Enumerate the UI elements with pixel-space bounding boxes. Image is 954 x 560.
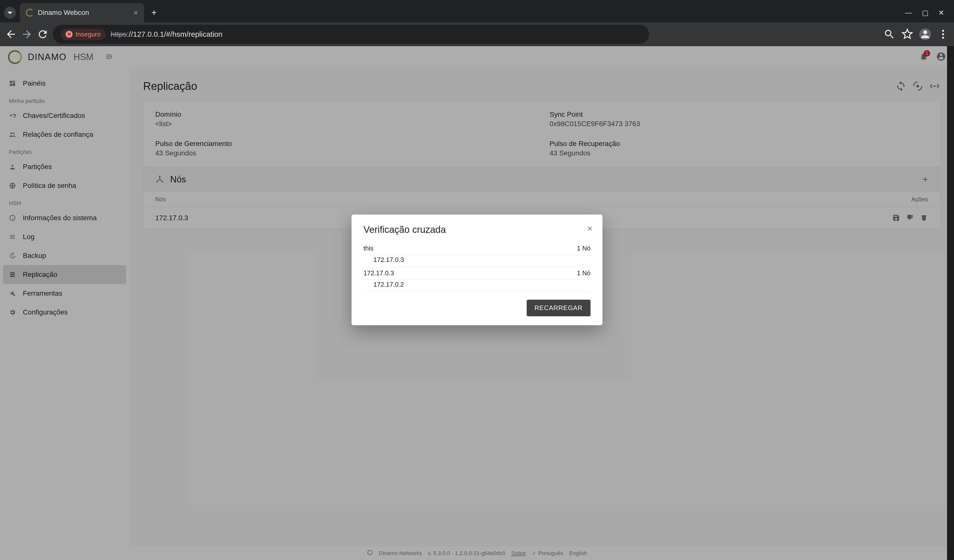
cross-count: 1 Nó bbox=[577, 269, 591, 277]
modal-title: Verificação cruzada bbox=[363, 224, 591, 235]
insecure-label: Inseguro bbox=[76, 31, 101, 38]
maximize-button[interactable]: ▢ bbox=[922, 9, 928, 17]
cross-count: 1 Nó bbox=[577, 244, 591, 252]
browser-menu-button[interactable] bbox=[937, 28, 949, 40]
address-bar[interactable]: ✕ Inseguro https://127.0.0.1/#/hsm/repli… bbox=[53, 25, 649, 44]
svg-point-0 bbox=[942, 30, 944, 32]
tab-close-button[interactable]: × bbox=[133, 8, 138, 17]
forward-button[interactable] bbox=[21, 28, 33, 40]
new-tab-button[interactable]: + bbox=[148, 7, 160, 19]
cross-sub: 172.17.0.2 bbox=[363, 280, 591, 292]
insecure-chip[interactable]: ✕ Inseguro bbox=[61, 28, 106, 40]
cross-sub: 172.17.0.3 bbox=[363, 255, 591, 267]
cross-check-modal: Verificação cruzada × this 1 Nó 172.17.0… bbox=[352, 215, 602, 325]
minimize-button[interactable]: — bbox=[905, 9, 912, 17]
url-text: https://127.0.0.1/#/hsm/replication bbox=[111, 30, 222, 39]
reload-button[interactable] bbox=[37, 28, 49, 40]
tab-favicon bbox=[26, 9, 34, 17]
close-window-button[interactable]: ✕ bbox=[938, 9, 944, 17]
cross-row: this 1 Nó bbox=[363, 242, 591, 255]
cross-row: 172.17.0.3 1 Nó bbox=[363, 267, 591, 280]
bookmark-icon[interactable] bbox=[901, 28, 913, 40]
reload-button[interactable]: RECARREGAR bbox=[527, 300, 591, 316]
tab-search-button[interactable] bbox=[4, 7, 16, 19]
profile-button[interactable] bbox=[919, 28, 931, 40]
back-button[interactable] bbox=[5, 28, 17, 40]
svg-point-1 bbox=[942, 33, 944, 35]
tab-title: Dinamo Webcon bbox=[38, 9, 129, 17]
insecure-icon: ✕ bbox=[65, 31, 73, 38]
zoom-icon[interactable] bbox=[884, 28, 895, 40]
modal-close-button[interactable]: × bbox=[587, 223, 592, 234]
browser-tab[interactable]: Dinamo Webcon × bbox=[20, 3, 144, 22]
cross-host: 172.17.0.3 bbox=[363, 269, 577, 277]
svg-point-2 bbox=[942, 37, 944, 39]
cross-host: this bbox=[363, 244, 577, 252]
